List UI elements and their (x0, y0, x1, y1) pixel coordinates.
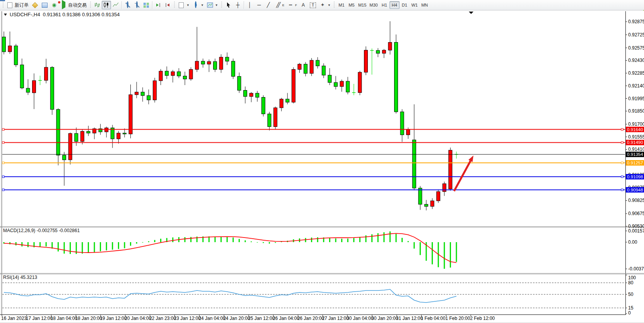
signals-button[interactable]: ◉ (50, 1, 59, 9)
data-window-icon (42, 3, 48, 8)
chart-menu-arrow-icon[interactable] (4, 14, 7, 16)
text-label-button[interactable]: T (308, 1, 318, 9)
new-order-button[interactable]: 新订单 (5, 1, 30, 9)
price-axis[interactable]: 0.928750.927250.925750.924300.922850.921… (625, 19, 644, 229)
zoom-out-icon: – (136, 1, 138, 8)
chart-ohlc-values: 0.91361 0.91386 0.91306 0.91354 (43, 12, 120, 17)
toolbar-grip[interactable] (89, 2, 91, 9)
data-window-button[interactable] (40, 1, 50, 9)
candlestick-chart-button[interactable] (102, 1, 111, 9)
chart-shift-icon (164, 2, 171, 8)
svg-text:0.90675: 0.90675 (628, 211, 644, 216)
macd-indicator-label: MACD(12,26,9) -0.002755 -0.002861 (3, 228, 80, 233)
horizontal-line-button[interactable]: ─ (255, 1, 264, 9)
svg-text:31 Jan 12:00: 31 Jan 12:00 (396, 316, 423, 321)
chart-shift-button[interactable] (163, 1, 172, 9)
timeframe-group: M1M5M15M30H1H4D1W1MN (337, 1, 430, 9)
channel-icon: ╱╱ (275, 2, 281, 8)
svg-text:15: 15 (628, 305, 634, 311)
signals-icon: ◉ (51, 2, 57, 8)
fibonacci-button[interactable]: ┅F (286, 1, 299, 9)
bar-chart-button[interactable] (92, 1, 102, 9)
arrows-button[interactable]: ✦▼ (318, 1, 332, 9)
vertical-line-icon: │ (247, 2, 253, 8)
svg-text:0.91354: 0.91354 (627, 152, 643, 157)
svg-text:30 Jan 04:00: 30 Jan 04:00 (347, 316, 374, 321)
timeframe-d1-button[interactable]: D1 (400, 1, 410, 9)
arrows-icon: ✦ (319, 2, 326, 8)
timeframe-m15-button[interactable]: M15 (357, 1, 368, 9)
text-button[interactable]: A (299, 1, 308, 9)
fibonacci-icon: ┅ (287, 2, 294, 8)
svg-text:16 Jan 2023: 16 Jan 2023 (1, 316, 27, 321)
svg-text:0.91850: 0.91850 (628, 108, 644, 114)
toolbar-grip[interactable] (173, 2, 175, 9)
crosshair-button[interactable]: ┼ (233, 1, 243, 9)
svg-text:0.91995: 0.91995 (628, 96, 644, 101)
svg-text:1 Feb 20:00: 1 Feb 20:00 (445, 316, 470, 321)
timeframe-m1-button[interactable]: M1 (337, 1, 347, 9)
svg-text:18 Jan 20:00: 18 Jan 20:00 (75, 316, 102, 321)
chart-title: USDCHF-,H4 0.91361 0.91386 0.91306 0.913… (4, 12, 120, 17)
svg-text:0.92725: 0.92725 (628, 32, 644, 38)
timeframe-h4-button[interactable]: H4 (389, 1, 400, 9)
candlestick-chart-icon (103, 2, 109, 8)
svg-text:24 Jan 04:00: 24 Jan 04:00 (198, 316, 225, 321)
new-order-label: 新订单 (15, 2, 29, 9)
zoom-out-button[interactable]: – (132, 1, 142, 9)
autotrading-icon (62, 0, 65, 9)
chart-symbol-period: USDCHF-,H4 (10, 12, 40, 17)
svg-text:26 Jan 04:00: 26 Jan 04:00 (273, 316, 300, 321)
autotrading-button[interactable]: 自动交易 (59, 1, 88, 9)
toolbar-grip[interactable] (333, 2, 335, 9)
market-watch-button[interactable] (30, 1, 40, 9)
time-axis[interactable]: 16 Jan 202317 Jan 12:0018 Jan 04:0018 Ja… (1, 314, 495, 321)
timeframe-mn-button[interactable]: MN (420, 1, 430, 9)
bar-chart-icon (94, 2, 100, 8)
svg-text:0.92430: 0.92430 (628, 58, 644, 63)
template-button[interactable]: ▼ (205, 1, 220, 9)
cursor-button[interactable] (224, 1, 233, 9)
timeframe-h1-button[interactable]: H1 (379, 1, 389, 9)
period-button[interactable]: ▼ (191, 1, 205, 9)
svg-text:0.91640: 0.91640 (627, 127, 643, 132)
svg-text:0.90825: 0.90825 (628, 198, 644, 203)
svg-text:0.91098: 0.91098 (627, 174, 643, 179)
zoom-in-button[interactable]: + (123, 1, 132, 9)
text-icon: A (300, 2, 306, 8)
vertical-line-button[interactable]: │ (245, 1, 255, 9)
tile-windows-button[interactable] (142, 1, 151, 9)
timeframe-w1-button[interactable]: W1 (410, 1, 420, 9)
clock-icon (195, 1, 196, 8)
svg-text:17 Jan 12:00: 17 Jan 12:00 (26, 316, 53, 321)
trendline-icon: ╱ (265, 2, 272, 8)
svg-text:18 Jan 04:00: 18 Jan 04:00 (51, 316, 78, 321)
template-icon (207, 2, 213, 8)
chart-canvas: 0.928750.927250.925750.924300.922850.921… (0, 0, 644, 323)
toolbar-grip[interactable] (221, 2, 223, 9)
svg-text:1 Feb 04:00: 1 Feb 04:00 (421, 316, 446, 321)
line-chart-button[interactable] (111, 1, 120, 9)
svg-text:19 Jan 12:00: 19 Jan 12:00 (100, 316, 127, 321)
new-chart-button[interactable]: ▼ (176, 1, 191, 9)
svg-text:23 Jan 12:00: 23 Jan 12:00 (174, 316, 201, 321)
timeframe-m5-button[interactable]: M5 (347, 1, 357, 9)
channel-button[interactable]: ╱╱E (273, 1, 286, 9)
svg-text:0.92575: 0.92575 (628, 45, 644, 51)
horizontal-line-icon: ─ (256, 2, 262, 8)
svg-text:25 Jan 12:00: 25 Jan 12:00 (248, 316, 275, 321)
trendline-button[interactable]: ╱ (264, 1, 273, 9)
toolbar-grip[interactable] (2, 2, 4, 9)
svg-text:0: 0 (628, 310, 631, 316)
svg-text:0.001573: 0.001573 (628, 228, 644, 234)
svg-text:100: 100 (628, 275, 636, 280)
autotrading-label: 自动交易 (68, 2, 87, 9)
svg-text:0.92140: 0.92140 (628, 83, 644, 89)
crosshair-icon: ┼ (235, 2, 241, 8)
svg-text:0.91257: 0.91257 (627, 161, 643, 165)
auto-scroll-button[interactable] (154, 1, 163, 9)
cursor-icon (225, 2, 232, 8)
timeframe-m30-button[interactable]: M30 (368, 1, 379, 9)
svg-text:20 Jan 04:00: 20 Jan 04:00 (125, 316, 152, 321)
text-label-icon: T (310, 2, 316, 8)
